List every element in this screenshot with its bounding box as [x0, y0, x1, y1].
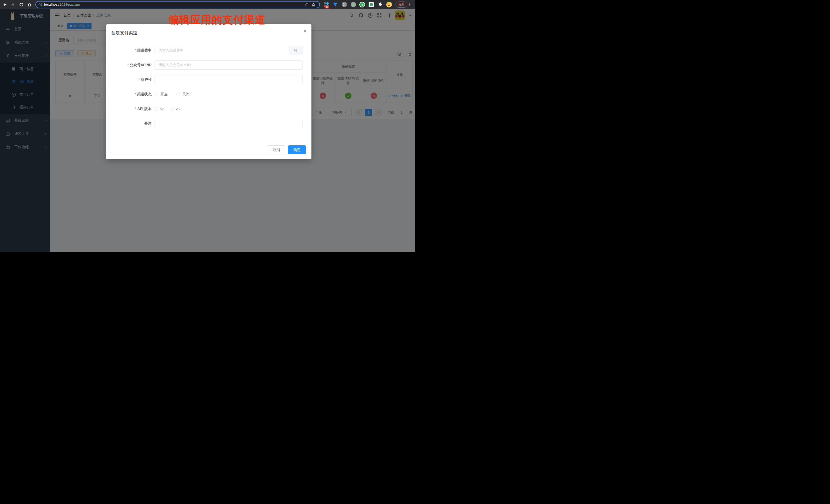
extension-y-icon[interactable]: y	[359, 2, 365, 7]
create-pay-channel-dialog: 创建支付渠道 ✕ 渠道费率 请输入渠道费率 % 公众号APPID 请输入公众号A…	[106, 24, 312, 159]
confirm-button[interactable]: 确定	[288, 145, 306, 154]
radio-api-v2[interactable]: v2	[155, 107, 164, 111]
dialog-title: 创建支付渠道	[111, 30, 137, 36]
bookmark-star-icon[interactable]	[310, 1, 317, 8]
extension-strip: 10 ⌘ y	[323, 2, 392, 7]
home-icon[interactable]	[26, 1, 33, 8]
radio-circle-icon	[155, 107, 158, 111]
extension-command-icon[interactable]: ⌘	[342, 2, 347, 7]
extension-tabs-icon[interactable]: 10	[323, 2, 329, 7]
browser-toolbar: localhost:1024/pay/app 10 ⌘ y	[0, 0, 415, 9]
radio-api-v3[interactable]: v3	[170, 107, 180, 111]
radio-status-closed[interactable]: 关闭	[177, 92, 189, 97]
radio-circle-icon	[155, 93, 158, 96]
extensions-puzzle-icon[interactable]	[377, 2, 383, 7]
field-channel-status: 渠道状态 开启 关闭	[106, 90, 312, 99]
extension-kite-icon[interactable]	[332, 2, 338, 7]
dialog-footer: 取消 确定	[267, 145, 306, 154]
reload-icon[interactable]	[18, 1, 25, 8]
official-appid-input[interactable]: 请输入公众号APPID	[155, 61, 302, 70]
dialog-body: 渠道费率 请输入渠道费率 % 公众号APPID 请输入公众号APPID 商户号	[106, 46, 312, 133]
extension-chat-icon[interactable]	[369, 2, 374, 7]
field-merchant-no: 商户号	[106, 75, 312, 84]
radio-circle-icon	[177, 93, 180, 96]
forward-icon[interactable]	[10, 1, 17, 8]
field-api-version: API 版本 v2 v3	[106, 104, 312, 114]
back-icon[interactable]	[2, 1, 8, 8]
chrome-menu-icon[interactable]	[409, 3, 410, 6]
url-text[interactable]: localhost:1024/pay/app	[44, 3, 304, 6]
profile-avatar-icon[interactable]	[386, 2, 392, 7]
field-official-appid: 公众号APPID 请输入公众号APPID	[106, 61, 312, 70]
url-host: localhost	[44, 3, 59, 6]
merchant-no-input[interactable]	[155, 75, 302, 84]
site-info-icon[interactable]	[38, 3, 42, 6]
url-bar[interactable]: localhost:1024/pay/app	[35, 1, 320, 8]
screen: localhost:1024/pay/app 10 ⌘ y	[0, 0, 415, 252]
share-icon[interactable]	[304, 1, 310, 8]
dialog-close-icon[interactable]: ✕	[303, 29, 307, 33]
chrome-update-button[interactable]: 更新	[395, 2, 407, 8]
extension-badge: 10	[325, 5, 329, 8]
url-path: :1024/pay/app	[59, 3, 80, 6]
percent-append: %	[289, 46, 302, 55]
remark-input[interactable]	[155, 119, 302, 128]
radio-status-open[interactable]: 开启	[155, 92, 168, 97]
field-channel-rate: 渠道费率 请输入渠道费率 %	[106, 46, 312, 55]
task-annotation-text: 编辑应用的支付渠道	[169, 13, 265, 27]
field-remark: 备注	[106, 119, 312, 128]
channel-rate-input[interactable]: 请输入渠道费率	[155, 46, 289, 55]
cancel-button[interactable]: 取消	[267, 145, 285, 154]
extension-recorder-icon[interactable]	[350, 2, 356, 7]
radio-circle-icon	[170, 107, 173, 111]
